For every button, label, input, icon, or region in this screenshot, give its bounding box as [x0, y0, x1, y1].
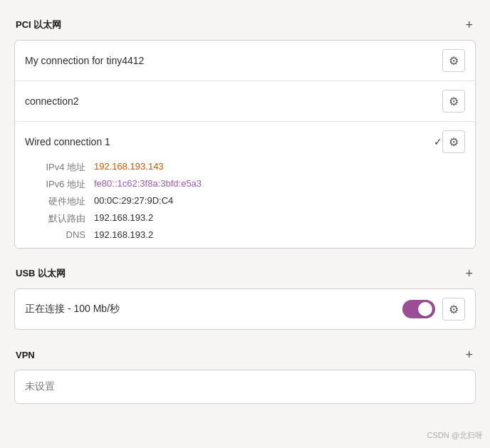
gateway-label: 默认路由 — [32, 212, 85, 225]
pci-connection-gear-1[interactable]: ⚙ — [442, 49, 465, 72]
gear-icon-1: ⚙ — [449, 54, 459, 68]
pci-connection-row-1: My connection for tiny4412 ⚙ — [15, 41, 475, 81]
usb-connections-box: 正在连接 - 100 Mb/秒 ⚙ — [14, 288, 476, 330]
pci-connection-header-3: Wired connection 1 ✓ ⚙ — [25, 130, 465, 153]
detail-row-dns: DNS 192.168.193.2 — [32, 227, 465, 242]
pci-connection-gear-2[interactable]: ⚙ — [442, 90, 465, 113]
gateway-value: 192.168.193.2 — [94, 212, 153, 225]
usb-connection-row: 正在连接 - 100 Mb/秒 ⚙ — [15, 289, 475, 329]
pci-section-title: PCI 以太网 — [16, 19, 61, 31]
watermark: CSDN @北归呀 — [427, 430, 483, 441]
usb-toggle-slider — [402, 300, 435, 318]
gear-icon-2: ⚙ — [449, 95, 459, 108]
pci-add-button[interactable]: + — [464, 19, 474, 31]
connection-detail-table: IPv4 地址 192.168.193.143 IPv6 地址 fe80::1c… — [25, 159, 465, 242]
pci-connection-gear-3[interactable]: ⚙ — [442, 130, 465, 153]
usb-gear-button[interactable]: ⚙ — [442, 298, 465, 321]
dns-value: 192.168.193.2 — [94, 229, 153, 240]
detail-row-mac: 硬件地址 00:0C:29:27:9D:C4 — [32, 193, 465, 210]
ipv6-value: fe80::1c62:3f8a:3bfd:e5a3 — [94, 178, 202, 191]
usb-section-header: USB 以太网 + — [14, 263, 476, 284]
vpn-section: VPN + 未设置 — [14, 344, 476, 404]
active-check-icon: ✓ — [434, 136, 442, 147]
ipv6-label: IPv6 地址 — [32, 178, 85, 191]
usb-toggle-container[interactable] — [402, 300, 435, 318]
pci-connection-row-3: Wired connection 1 ✓ ⚙ IPv4 地址 192.168.1… — [15, 122, 475, 248]
usb-toggle[interactable] — [402, 300, 435, 318]
vpn-unset-row: 未设置 — [15, 370, 475, 403]
gear-icon-usb: ⚙ — [449, 303, 459, 316]
vpn-unset-text: 未设置 — [25, 380, 55, 392]
pci-section: PCI 以太网 + My connection for tiny4412 ⚙ c… — [14, 14, 476, 249]
pci-connection-name-3: Wired connection 1 — [25, 136, 428, 147]
vpn-connections-box: 未设置 — [14, 370, 476, 404]
usb-section: USB 以太网 + 正在连接 - 100 Mb/秒 ⚙ — [14, 263, 476, 330]
usb-add-button[interactable]: + — [464, 267, 474, 280]
vpn-add-button[interactable]: + — [464, 348, 474, 361]
pci-connection-name-1: My connection for tiny4412 — [25, 55, 442, 66]
usb-status-label: 正在连接 - 100 Mb/秒 — [25, 303, 402, 316]
pci-connection-name-2: connection2 — [25, 95, 442, 107]
vpn-section-header: VPN + — [14, 344, 476, 365]
ipv4-label: IPv4 地址 — [32, 161, 85, 174]
detail-row-gateway: 默认路由 192.168.193.2 — [32, 210, 465, 227]
detail-row-ipv4: IPv4 地址 192.168.193.143 — [32, 159, 465, 176]
detail-row-ipv6: IPv6 地址 fe80::1c62:3f8a:3bfd:e5a3 — [32, 176, 465, 193]
pci-section-header: PCI 以太网 + — [14, 14, 476, 36]
vpn-section-title: VPN — [16, 350, 35, 360]
usb-section-title: USB 以太网 — [16, 267, 66, 280]
pci-connections-box: My connection for tiny4412 ⚙ connection2… — [14, 40, 476, 249]
pci-connection-row-2: connection2 ⚙ — [15, 81, 475, 122]
mac-value: 00:0C:29:27:9D:C4 — [94, 195, 173, 208]
dns-label: DNS — [32, 229, 85, 240]
mac-label: 硬件地址 — [32, 195, 85, 208]
ipv4-value: 192.168.193.143 — [94, 161, 164, 174]
gear-icon-3: ⚙ — [449, 135, 459, 149]
